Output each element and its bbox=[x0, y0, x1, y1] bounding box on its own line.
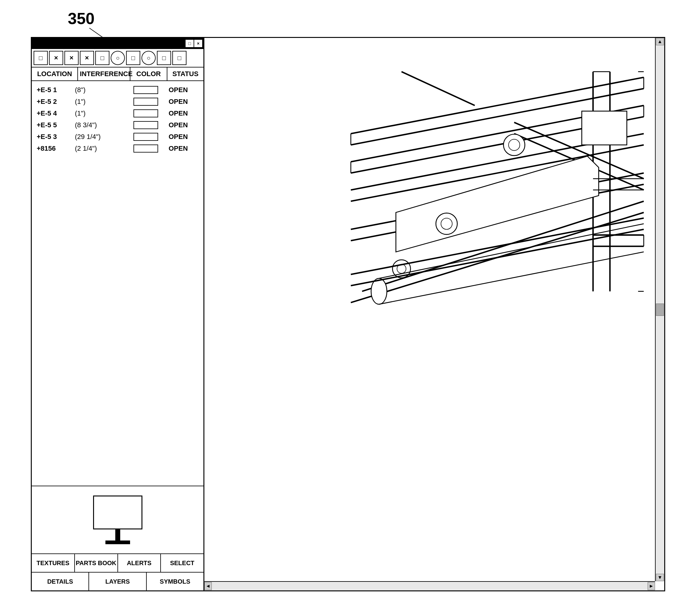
main-container: □ × □ × × × □ ○ □ ○ □ □ LOCATION INTERFE… bbox=[31, 37, 665, 591]
right-panel: .drawing { stroke: #000; fill: none; str… bbox=[204, 38, 664, 590]
col-header-color: COLOR bbox=[130, 67, 168, 80]
cell-status-0: OPEN bbox=[164, 86, 188, 94]
preview-panel bbox=[32, 486, 203, 553]
scroll-thumb-vertical[interactable] bbox=[656, 304, 664, 316]
cell-color-3 bbox=[127, 121, 164, 129]
layers-button[interactable]: LAYERS bbox=[89, 572, 146, 590]
title-bar-buttons: □ × bbox=[186, 40, 202, 47]
monitor-icon bbox=[93, 496, 142, 544]
color-swatch-3[interactable] bbox=[133, 121, 158, 129]
monitor-base bbox=[106, 540, 130, 544]
table-row[interactable]: +E-5 3 (29 1/4") OPEN bbox=[32, 131, 203, 143]
cell-color-2 bbox=[127, 109, 164, 117]
color-swatch-4[interactable] bbox=[133, 133, 158, 141]
title-bar: □ × bbox=[32, 38, 203, 49]
alerts-button[interactable]: ALERTS bbox=[118, 554, 161, 572]
table-row[interactable]: +E-5 4 (1") OPEN bbox=[32, 108, 203, 119]
color-swatch-5[interactable] bbox=[133, 145, 158, 152]
cell-color-5 bbox=[127, 145, 164, 152]
tool-button-1[interactable]: × bbox=[49, 51, 63, 65]
scroll-down-button[interactable]: ▼ bbox=[656, 574, 664, 581]
scroll-right-button[interactable]: ► bbox=[648, 582, 655, 590]
minimize-button[interactable]: □ bbox=[186, 40, 193, 47]
cell-color-4 bbox=[127, 133, 164, 141]
svg-rect-15 bbox=[582, 111, 627, 145]
table-row[interactable]: +E-5 1 (8") OPEN bbox=[32, 84, 203, 96]
bottom-buttons-row2: DETAILS LAYERS SYMBOLS bbox=[32, 572, 203, 590]
viewport-drawing: .drawing { stroke: #000; fill: none; str… bbox=[204, 38, 655, 545]
svg-point-21 bbox=[503, 134, 525, 156]
color-swatch-0[interactable] bbox=[133, 86, 158, 94]
symbols-button[interactable]: SYMBOLS bbox=[147, 572, 203, 590]
cell-location-2: +E-5 4 bbox=[32, 109, 72, 117]
cell-interference-2: (1") bbox=[72, 109, 127, 117]
monitor-neck bbox=[115, 530, 120, 540]
tool-button-2[interactable]: × bbox=[64, 51, 79, 65]
svg-point-23 bbox=[436, 213, 457, 234]
cell-status-3: OPEN bbox=[164, 121, 188, 129]
tool-button-7[interactable]: ○ bbox=[141, 51, 156, 65]
cell-interference-3: (8 3/4") bbox=[72, 121, 127, 129]
cell-location-4: +E-5 3 bbox=[32, 133, 72, 141]
cell-location-0: +E-5 1 bbox=[32, 86, 72, 94]
tool-button-0[interactable]: □ bbox=[34, 51, 48, 65]
column-headers: LOCATION INTERFERENCE COLOR STATUS bbox=[32, 67, 203, 81]
table-row[interactable]: +8156 (2 1/4") OPEN bbox=[32, 143, 203, 155]
cell-color-0 bbox=[127, 86, 164, 94]
col-header-location: LOCATION bbox=[32, 67, 78, 80]
cell-status-2: OPEN bbox=[164, 109, 188, 117]
cell-interference-5: (2 1/4") bbox=[72, 145, 127, 152]
cell-status-5: OPEN bbox=[164, 145, 188, 152]
cell-location-5: +8156 bbox=[32, 145, 72, 152]
left-panel: □ × □ × × × □ ○ □ ○ □ □ LOCATION INTERFE… bbox=[32, 38, 204, 590]
tool-button-5[interactable]: ○ bbox=[111, 51, 125, 65]
cell-color-1 bbox=[127, 98, 164, 106]
table-row[interactable]: +E-5 5 (8 3/4") OPEN bbox=[32, 119, 203, 131]
cell-location-1: +E-5 2 bbox=[32, 98, 72, 106]
tool-button-6[interactable]: □ bbox=[126, 51, 140, 65]
cell-location-3: +E-5 5 bbox=[32, 121, 72, 129]
tool-button-8[interactable]: □ bbox=[157, 51, 171, 65]
parts-book-button[interactable]: PARTS BOOK bbox=[75, 554, 118, 572]
textures-button[interactable]: TEXTURES bbox=[32, 554, 75, 572]
cell-status-4: OPEN bbox=[164, 133, 188, 141]
details-button[interactable]: DETAILS bbox=[32, 572, 89, 590]
color-swatch-1[interactable] bbox=[133, 98, 158, 106]
table-row[interactable]: +E-5 2 (1") OPEN bbox=[32, 96, 203, 108]
col-header-interference: INTERFERENCE bbox=[78, 67, 130, 80]
toolbar: □ × × × □ ○ □ ○ □ □ bbox=[32, 49, 203, 67]
tool-button-9[interactable]: □ bbox=[172, 51, 187, 65]
scroll-up-button[interactable]: ▲ bbox=[656, 38, 664, 45]
color-swatch-2[interactable] bbox=[133, 109, 158, 117]
tool-button-4[interactable]: □ bbox=[95, 51, 109, 65]
monitor-screen bbox=[93, 496, 142, 530]
col-header-status: STATUS bbox=[168, 67, 203, 80]
reference-number: 350 bbox=[68, 9, 95, 28]
svg-point-29 bbox=[371, 278, 387, 304]
cell-status-1: OPEN bbox=[164, 98, 188, 106]
vertical-scrollbar[interactable]: ▲ ▼ bbox=[655, 38, 664, 581]
horizontal-scrollbar[interactable]: ◄ ► bbox=[204, 581, 655, 590]
tool-button-3[interactable]: × bbox=[80, 51, 94, 65]
scroll-left-button[interactable]: ◄ bbox=[204, 582, 212, 590]
bottom-buttons-row1: TEXTURES PARTS BOOK ALERTS SELECT bbox=[32, 553, 203, 572]
select-button[interactable]: SELECT bbox=[161, 554, 203, 572]
close-button[interactable]: × bbox=[194, 40, 202, 47]
cell-interference-0: (8") bbox=[72, 86, 127, 94]
data-rows: +E-5 1 (8") OPEN +E-5 2 (1") OPEN +E-5 4… bbox=[32, 81, 203, 486]
cell-interference-1: (1") bbox=[72, 98, 127, 106]
cell-interference-4: (29 1/4") bbox=[72, 133, 127, 141]
